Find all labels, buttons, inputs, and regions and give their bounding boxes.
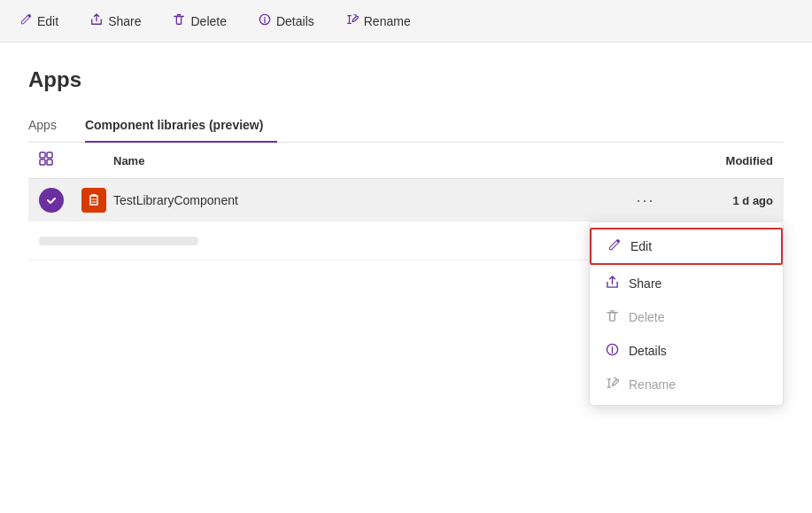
toolbar-details-label: Details [276,14,314,28]
main-content: Apps Apps Component libraries (preview) [0,43,812,260]
delete-icon [173,13,185,28]
check-circle [39,188,64,213]
context-edit-label: Edit [630,239,652,253]
context-details-label: Details [629,344,667,358]
row-check [39,188,81,213]
header-name-col: Name [113,154,624,167]
tabs: Apps Component libraries (preview) [28,110,784,143]
tab-component-libraries[interactable]: Component libraries (preview) [85,111,277,143]
toolbar-rename-button[interactable]: Rename [341,10,416,32]
toolbar-edit-button[interactable]: Edit [14,10,64,32]
rename-icon [346,13,359,28]
toolbar-share-button[interactable]: Share [85,10,146,32]
share-icon [90,13,103,28]
toolbar-rename-label: Rename [364,14,411,28]
toolbar-details-button[interactable]: Details [253,10,320,32]
context-delete-icon [604,309,620,325]
context-rename-icon [604,377,620,393]
page-title: Apps [28,67,784,92]
svg-rect-3 [40,159,45,165]
edit-icon [19,13,32,28]
context-edit-icon [606,238,622,254]
context-share-label: Share [629,276,661,291]
toolbar-delete-label: Delete [190,14,226,28]
row-dots-button[interactable]: ··· [624,192,667,208]
context-menu-delete: Delete [590,300,783,334]
table-container: Name Modified [28,143,784,260]
empty-placeholder [39,237,198,245]
toolbar-edit-label: Edit [37,14,58,28]
context-menu-share[interactable]: Share [590,267,783,300]
row-modified: 1 d ago [667,193,773,207]
toolbar-share-label: Share [108,14,141,28]
context-menu-edit[interactable]: Edit [590,228,783,265]
toolbar: Edit Share Delete Details [0,0,812,43]
table-header: Name Modified [28,143,784,179]
context-delete-label: Delete [629,310,664,324]
svg-rect-1 [40,152,45,158]
row-name: TestLibraryComponent [113,193,624,207]
context-share-icon [604,276,620,291]
context-menu: Edit Share [589,222,784,406]
context-menu-rename: Rename [590,368,783,401]
table-row[interactable]: TestLibraryComponent ··· 1 d ago Edit [28,179,784,222]
context-details-icon [604,343,620,359]
svg-rect-4 [47,159,52,165]
toolbar-delete-button[interactable]: Delete [167,10,231,32]
context-rename-label: Rename [629,377,676,392]
context-menu-details[interactable]: Details [590,334,783,368]
svg-rect-2 [47,152,52,158]
header-check-col [39,152,81,169]
row-app-icon [81,188,113,213]
grid-icon [39,153,53,168]
tab-apps[interactable]: Apps [28,111,71,143]
header-modified-col: Modified [667,154,773,167]
info-icon [259,13,271,28]
